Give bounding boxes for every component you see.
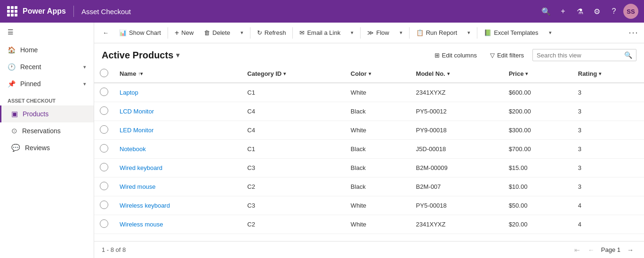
waffle-menu[interactable] xyxy=(6,5,19,18)
cell-color-1: Black xyxy=(345,102,411,121)
sidebar-item-pinned[interactable]: 📌 Pinned ▾ xyxy=(0,75,94,92)
user-avatar[interactable]: SS xyxy=(623,4,638,19)
excel-templates-button[interactable]: 📗 Excel Templates xyxy=(479,26,543,39)
new-button[interactable]: + New xyxy=(170,26,198,40)
cell-rating-7: 4 xyxy=(572,215,644,234)
flow-dropdown[interactable]: ▾ xyxy=(395,25,407,40)
row-checkbox-4[interactable] xyxy=(94,159,114,177)
sidebar-item-home[interactable]: 🏠 Home xyxy=(0,41,94,58)
email-dropdown[interactable]: ▾ xyxy=(346,25,358,40)
search-input[interactable] xyxy=(537,52,621,59)
first-page-button[interactable]: ⇤ xyxy=(571,244,583,256)
table-row: LED Monitor C4 White PY9-00018 $300.00 3 xyxy=(94,121,644,140)
checkbox-icon xyxy=(100,88,108,96)
color-sort-icon: ▾ xyxy=(369,71,371,76)
product-link-1[interactable]: LCD Monitor xyxy=(120,108,154,115)
row-checkbox-2[interactable] xyxy=(94,121,114,140)
table-container: Name ↑▾ Category ID ▾ Co xyxy=(94,65,644,241)
col-header-rating[interactable]: Rating ▾ xyxy=(572,65,644,83)
new-icon: + xyxy=(175,29,179,37)
product-link-3[interactable]: Notebook xyxy=(120,145,146,153)
cell-model-6: PY5-00018 xyxy=(411,196,503,215)
col-header-category[interactable]: Category ID ▾ xyxy=(242,65,345,83)
cell-price-2: $300.00 xyxy=(503,121,572,140)
cell-price-4: $15.00 xyxy=(503,159,572,177)
flow-label: Flow xyxy=(376,29,389,36)
prev-page-button[interactable]: ← xyxy=(585,244,597,256)
col-header-color[interactable]: Color ▾ xyxy=(345,65,411,83)
product-link-2[interactable]: LED Monitor xyxy=(120,127,153,134)
cell-name-3: Notebook xyxy=(114,140,242,159)
col-header-model[interactable]: Model No. ▾ xyxy=(411,65,503,83)
rating-sort-icon: ▾ xyxy=(599,71,601,76)
product-link-5[interactable]: Wired mouse xyxy=(120,183,156,190)
add-icon-btn[interactable]: + xyxy=(555,4,571,19)
product-link-0[interactable]: Laptop xyxy=(120,89,138,96)
sidebar-collapse-btn[interactable]: ☰ xyxy=(0,23,94,41)
command-bar: ← 📊 Show Chart + New 🗑 Delete ▾ ↻ Refres… xyxy=(94,23,644,43)
report-dropdown[interactable]: ▾ xyxy=(463,25,475,40)
edit-filters-button[interactable]: ▽ Edit filters xyxy=(485,49,529,61)
list-footer: 1 - 8 of 8 ⇤ ← Page 1 → xyxy=(94,241,644,258)
excel-dropdown[interactable]: ▾ xyxy=(544,25,556,40)
help-icon-btn[interactable]: ? xyxy=(606,4,621,19)
cell-color-6: White xyxy=(345,196,411,215)
cmd-divider-5 xyxy=(409,27,410,39)
home-icon: 🏠 xyxy=(8,46,16,54)
app-name: Power Apps xyxy=(23,7,66,16)
cell-rating-5: 3 xyxy=(572,177,644,196)
show-chart-button[interactable]: 📊 Show Chart xyxy=(114,26,166,39)
delete-label: Delete xyxy=(212,29,230,36)
pinned-chevron-icon: ▾ xyxy=(83,81,86,87)
checkbox-icon xyxy=(100,219,108,228)
back-icon: ← xyxy=(103,29,109,36)
product-link-7[interactable]: Wireless mouse xyxy=(120,221,163,228)
settings-icon-btn[interactable]: ⚙ xyxy=(589,4,604,19)
checkbox-icon xyxy=(100,125,108,134)
row-checkbox-3[interactable] xyxy=(94,140,114,159)
product-link-6[interactable]: Wireless keyboard xyxy=(120,202,170,209)
search-icon: 🔍 xyxy=(624,51,632,59)
row-checkbox-6[interactable] xyxy=(94,196,114,215)
delete-button[interactable]: 🗑 Delete xyxy=(199,26,235,39)
search-icon-btn[interactable]: 🔍 xyxy=(539,4,554,19)
flow-button[interactable]: ≫ Flow xyxy=(362,26,394,39)
cell-price-6: $50.00 xyxy=(503,196,572,215)
cell-price-7: $20.00 xyxy=(503,215,572,234)
col-header-price[interactable]: Price ▾ xyxy=(503,65,572,83)
next-page-button[interactable]: → xyxy=(624,244,636,256)
new-label: New xyxy=(181,29,193,36)
refresh-label: Refresh xyxy=(265,29,286,36)
row-checkbox-7[interactable] xyxy=(94,215,114,234)
delete-icon: 🗑 xyxy=(204,29,210,36)
cell-rating-3: 3 xyxy=(572,140,644,159)
row-checkbox-1[interactable] xyxy=(94,102,114,121)
delete-dropdown[interactable]: ▾ xyxy=(236,25,248,40)
search-box: 🔍 xyxy=(532,49,636,61)
sidebar-item-reviews[interactable]: 💬 Reviews xyxy=(0,139,94,156)
filter-icon-btn[interactable]: ⚗ xyxy=(572,4,588,19)
email-link-button[interactable]: ✉ Email a Link xyxy=(295,26,345,39)
col-header-name[interactable]: Name ↑▾ xyxy=(114,65,242,83)
table-row: Notebook C1 Black J5D-00018 $700.00 3 xyxy=(94,140,644,159)
run-report-button[interactable]: 📋 Run Report xyxy=(411,26,462,39)
top-bar-divider xyxy=(73,6,74,17)
cell-color-3: Black xyxy=(345,140,411,159)
row-checkbox-0[interactable] xyxy=(94,83,114,102)
product-link-4[interactable]: Wired keyboard xyxy=(120,164,162,171)
row-checkbox-5[interactable] xyxy=(94,177,114,196)
sidebar-item-recent[interactable]: 🕐 Recent ▾ xyxy=(0,58,94,75)
list-title-dropdown[interactable]: ▾ xyxy=(176,51,179,59)
cell-rating-1: 3 xyxy=(572,102,644,121)
select-all-checkbox-header[interactable] xyxy=(94,65,114,83)
edit-columns-button[interactable]: ⊞ Edit columns xyxy=(430,49,482,61)
sidebar-item-reservations[interactable]: ⊙ Reservations xyxy=(0,122,94,139)
more-options-button[interactable]: ··· xyxy=(627,26,640,40)
sidebar-item-products[interactable]: ▣ Products xyxy=(0,105,94,122)
refresh-button[interactable]: ↻ Refresh xyxy=(252,26,291,39)
recent-label: Recent xyxy=(20,63,41,71)
refresh-icon: ↻ xyxy=(257,29,262,36)
cell-color-7: White xyxy=(345,215,411,234)
hamburger-icon: ☰ xyxy=(8,28,14,36)
back-button[interactable]: ← xyxy=(98,26,113,39)
